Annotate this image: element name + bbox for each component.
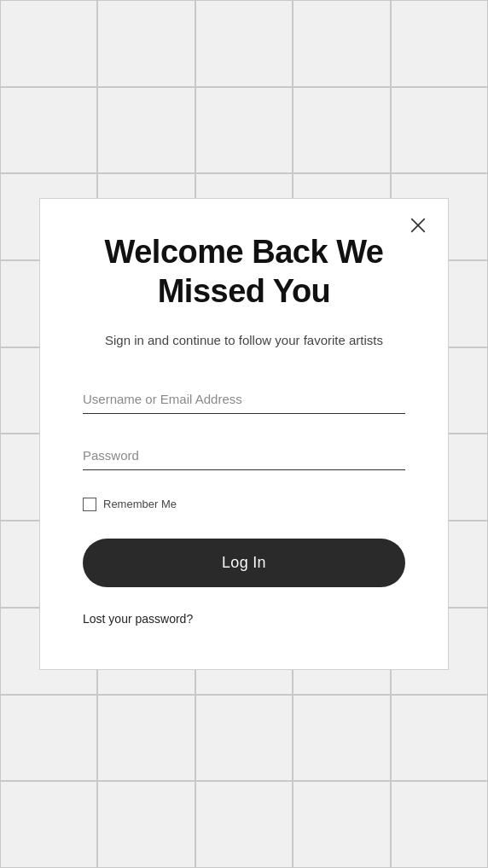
grid-cell — [97, 695, 195, 782]
grid-cell — [97, 87, 195, 174]
modal-title: Welcome Back We Missed You — [83, 233, 405, 311]
remember-me-row: Remember Me — [83, 498, 405, 511]
forgot-password-container: Lost your password? — [83, 611, 405, 626]
password-input-group — [83, 441, 405, 470]
grid-cell — [391, 781, 488, 868]
grid-cell — [0, 0, 97, 87]
grid-cell — [391, 0, 488, 87]
grid-cell — [0, 87, 97, 174]
username-input-group — [83, 385, 405, 414]
grid-cell — [97, 781, 195, 868]
login-modal: Welcome Back We Missed You Sign in and c… — [39, 198, 449, 670]
grid-cell — [195, 0, 293, 87]
modal-subtitle: Sign in and continue to follow your favo… — [105, 331, 383, 351]
grid-cell — [195, 87, 293, 174]
password-input[interactable] — [83, 441, 405, 470]
close-icon — [409, 216, 427, 235]
grid-cell — [293, 695, 390, 782]
grid-cell — [293, 781, 390, 868]
remember-me-checkbox[interactable] — [83, 498, 96, 511]
grid-cell — [195, 695, 293, 782]
grid-cell — [293, 0, 390, 87]
grid-cell — [0, 695, 97, 782]
grid-cell — [391, 87, 488, 174]
remember-me-label[interactable]: Remember Me — [103, 498, 177, 510]
close-button[interactable] — [405, 213, 431, 238]
grid-cell — [293, 87, 390, 174]
grid-cell — [391, 695, 488, 782]
grid-cell — [0, 781, 97, 868]
login-form: Remember Me Log In Lost your password? — [83, 385, 405, 626]
username-input[interactable] — [83, 385, 405, 414]
forgot-password-link[interactable]: Lost your password? — [83, 612, 193, 626]
grid-cell — [195, 781, 293, 868]
login-button[interactable]: Log In — [83, 539, 405, 587]
grid-cell — [97, 0, 195, 87]
